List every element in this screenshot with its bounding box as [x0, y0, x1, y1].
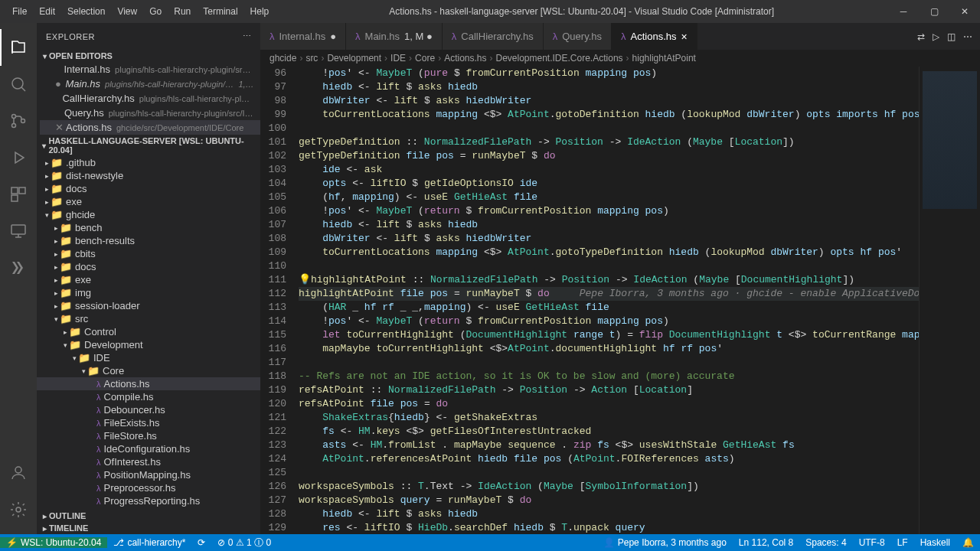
file-item[interactable]: λPositionMapping.hs [37, 468, 260, 481]
code-line[interactable]: getTypeDefinition :: NormalizedFilePath … [299, 135, 919, 149]
code-line[interactable]: opts <- liftIO $ getIdeOptionsIO ide [299, 177, 919, 191]
code-line[interactable]: toCurrentLocations mapping <$> AtPoint.g… [299, 108, 919, 122]
breadcrumb-item[interactable]: IDE [390, 53, 406, 64]
open-editor-item[interactable]: Internal.hsplugins/hls-call-hierarchy-pl… [40, 62, 260, 77]
code-line[interactable]: refsAtPoint :: NormalizedFilePath -> Pos… [299, 383, 919, 397]
file-item[interactable]: λIdeConfiguration.hs [37, 442, 260, 455]
code-line[interactable]: getTypeDefinition file pos = runMaybeT $… [299, 149, 919, 163]
code-line[interactable]: dbWriter <- lift $ asks hiedbWriter [299, 232, 919, 246]
breadcrumb-item[interactable]: Development [327, 53, 381, 64]
code-line[interactable]: hiedb <- lift $ asks hiedb [299, 507, 919, 521]
menu-run[interactable]: Run [168, 3, 197, 20]
close-button[interactable]: ✕ [949, 0, 980, 23]
settings-icon[interactable] [0, 491, 37, 528]
minimap[interactable] [919, 67, 980, 534]
menu-terminal[interactable]: Terminal [197, 3, 243, 20]
debug-icon[interactable] [0, 139, 37, 176]
folder-item[interactable]: ▸📁session-loader [37, 299, 260, 312]
code-line[interactable]: let toCurrentHighlight (DocumentHighligh… [299, 328, 919, 342]
cursor-position[interactable]: Ln 112, Col 8 [733, 537, 799, 548]
code-line[interactable]: asts <- HM.fromList . mapMaybe sequence … [299, 439, 919, 452]
editor-tab[interactable]: λCallHierarchy.hs [443, 23, 544, 50]
remote-explorer-icon[interactable] [0, 213, 37, 249]
menu-help[interactable]: Help [244, 3, 276, 20]
indent[interactable]: Spaces: 4 [799, 537, 852, 548]
folder-item[interactable]: ▸📁dist-newstyle [37, 169, 260, 182]
file-item[interactable]: λFileStore.hs [37, 429, 260, 442]
minimize-button[interactable]: ─ [888, 0, 919, 23]
breadcrumb-item[interactable]: src [305, 53, 318, 64]
folder-item[interactable]: ▾📁src [37, 312, 260, 325]
code-line[interactable]: ide <- ask [299, 163, 919, 177]
split-icon[interactable]: ◫ [947, 31, 956, 42]
remote-indicator[interactable]: ⚡ WSL: Ubuntu-20.04 [0, 537, 107, 548]
git-blame[interactable]: 👤 Pepe Iborra, 3 months ago [597, 537, 733, 548]
folder-item[interactable]: ▾📁Core [37, 364, 260, 377]
code-line[interactable]: (HAR _ hf rf _ _,mapping) <- useE GetHie… [299, 301, 919, 315]
code-line[interactable]: workspaceSymbols :: T.Text -> IdeAction … [299, 480, 919, 494]
file-item[interactable]: λPreprocessor.hs [37, 481, 260, 494]
timeline-header[interactable]: ▸TIMELINE [37, 522, 260, 534]
folder-item[interactable]: ▾📁Development [37, 338, 260, 351]
menu-edit[interactable]: Edit [33, 3, 61, 20]
breadcrumb[interactable]: ghcide›src›Development›IDE›Core›Actions.… [260, 50, 980, 67]
editor-tab[interactable]: λQuery.hs [544, 23, 612, 50]
code-line[interactable] [299, 356, 919, 370]
code-line[interactable]: fs <- HM.keys <$> getFilesOfInterestUntr… [299, 425, 919, 439]
account-icon[interactable] [0, 455, 37, 491]
code-line[interactable] [299, 466, 919, 480]
encoding[interactable]: UTF-8 [853, 537, 891, 548]
open-editor-item[interactable]: CallHierarchy.hsplugins/hls-call-hierarc… [40, 91, 260, 106]
run-icon[interactable]: ▷ [933, 31, 939, 42]
eol[interactable]: LF [891, 537, 914, 548]
breadcrumb-item[interactable]: Development.IDE.Core.Actions [495, 53, 622, 64]
file-item[interactable]: λActions.hs [37, 377, 260, 390]
folder-item[interactable]: ▸📁docs [37, 260, 260, 273]
explorer-icon[interactable] [0, 29, 37, 66]
file-item[interactable]: λProgressReporting.hs [37, 494, 260, 507]
code-line[interactable]: hiedb <- lift $ asks hiedb [299, 218, 919, 232]
file-item[interactable]: λCompile.hs [37, 390, 260, 403]
breadcrumb-item[interactable]: Core [415, 53, 435, 64]
notifications-icon[interactable]: 🔔 [956, 537, 980, 548]
code-line[interactable]: res <- liftIO $ HieDb.searchDef hiedb $ … [299, 521, 919, 534]
file-item[interactable]: λFileExists.hs [37, 416, 260, 429]
code-line[interactable]: toCurrentLocations mapping <$> AtPoint.g… [299, 246, 919, 259]
open-editor-item[interactable]: Query.hsplugins/hls-call-hierarchy-plugi… [40, 106, 260, 120]
git-branch[interactable]: ⎇ call-hierarchy* [107, 537, 191, 548]
folder-item[interactable]: ▸📁docs [37, 182, 260, 195]
more-icon[interactable]: ⋯ [243, 31, 252, 41]
code-line[interactable]: !pos' <- MaybeT (pure $ fromCurrentPosit… [299, 67, 919, 80]
code-line[interactable]: 💡highlightAtPoint :: NormalizedFilePath … [299, 273, 919, 287]
folder-item[interactable]: ▸📁cbits [37, 247, 260, 260]
file-item[interactable]: λOfInterest.hs [37, 455, 260, 468]
folder-item[interactable]: ▸📁Control [37, 325, 260, 338]
haskell-icon[interactable] [0, 249, 37, 286]
code-line[interactable]: highlightAtPoint file pos = runMaybeT $ … [299, 287, 919, 301]
code-line[interactable] [299, 122, 919, 135]
compare-icon[interactable]: ⇄ [917, 31, 925, 42]
extensions-icon[interactable] [0, 176, 37, 213]
code-line[interactable]: !pos' <- MaybeT (return $ fromCurrentPos… [299, 315, 919, 328]
outline-header[interactable]: ▸OUTLINE [37, 510, 260, 522]
sync-button[interactable]: ⟳ [191, 537, 211, 548]
file-item[interactable]: λDebouncer.hs [37, 403, 260, 416]
menu-selection[interactable]: Selection [61, 3, 111, 20]
code-line[interactable]: dbWriter <- lift $ asks hiedbWriter [299, 94, 919, 108]
maximize-button[interactable]: ▢ [919, 0, 949, 23]
folder-item[interactable]: ▾📁ghcide [37, 208, 260, 221]
language-mode[interactable]: Haskell [914, 537, 956, 548]
search-icon[interactable] [0, 66, 37, 103]
folder-item[interactable]: ▸📁.github [37, 156, 260, 169]
menu-view[interactable]: View [111, 3, 143, 20]
folder-item[interactable]: ▸📁bench-results [37, 234, 260, 247]
code-line[interactable]: ShakeExtras{hiedb} <- getShakeExtras [299, 411, 919, 425]
editor-tab[interactable]: λInternal.hs● [260, 23, 346, 50]
breadcrumb-item[interactable]: Actions.hs [444, 53, 486, 64]
breadcrumb-item[interactable]: ghcide [270, 53, 296, 64]
code-line[interactable]: !pos' <- MaybeT (return $ fromCurrentPos… [299, 204, 919, 218]
workspace-header[interactable]: ▾HASKELL-LANGUAGE-SERVER [WSL: UBUNTU-20… [37, 135, 260, 156]
open-editor-item[interactable]: ●Main.hsplugins/hls-call-hierarchy-plugi… [40, 77, 260, 91]
source-control-icon[interactable] [0, 103, 37, 139]
folder-item[interactable]: ▾📁IDE [37, 351, 260, 364]
